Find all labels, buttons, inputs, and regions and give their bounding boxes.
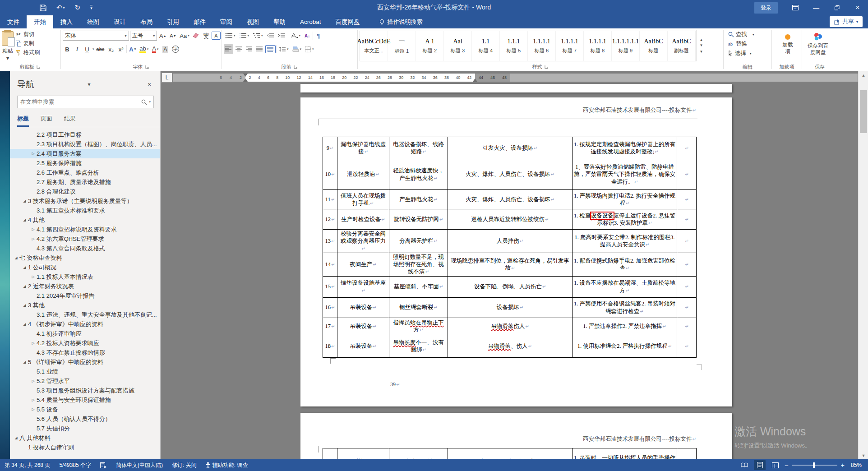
share-button[interactable]: 共享 ▾	[830, 16, 863, 27]
tab-stop-selector[interactable]: L	[162, 73, 172, 83]
scroll-down-icon[interactable]: ▼	[859, 452, 868, 459]
table-cell-hazard[interactable]: 夜间生产↵	[337, 253, 389, 276]
table-cell-measures[interactable]: 1. 检查设备设备应停止运行设备2. 悬挂警示标识3. 安装防护罩↵	[573, 209, 677, 230]
italic-button[interactable]: I	[73, 44, 82, 54]
ribbon-tab-11[interactable]: Acrobat	[293, 15, 328, 28]
restore-button[interactable]	[826, 0, 847, 15]
increase-indent-button[interactable]	[277, 31, 287, 41]
style-gallery-item-10[interactable]: AaBbC标题	[640, 31, 668, 61]
change-case-button[interactable]: Aa▾	[178, 31, 190, 41]
table-cell-consequence[interactable]: 吊物滑落伤人↵	[448, 318, 573, 335]
styles-gallery-more-icon[interactable]: ▲▼▼	[696, 30, 706, 61]
asian-layout-button[interactable]: ▾	[289, 31, 302, 41]
ribbon-tab-5[interactable]: 布局	[133, 15, 160, 28]
print-layout-button[interactable]	[754, 460, 766, 470]
dialog-launcher-icon[interactable]	[37, 65, 41, 69]
table-cell-consequence[interactable]: 火灾、爆炸、人员伤亡、设备损坏↵	[448, 190, 573, 209]
table-cell-measures[interactable]: 1. 配备便携式防爆手电2. 加强危害部位检查↵	[573, 253, 677, 276]
table-cell-hazard[interactable]: 漏电保护器电线虚接↵	[337, 137, 389, 159]
replace-button[interactable]: ab替换	[728, 39, 771, 49]
table-cell-end[interactable]: ↵	[677, 253, 697, 276]
nav-heading-item[interactable]: 2.8 合理化建议	[10, 187, 160, 196]
nav-heading-item[interactable]: ▷5.5 设备	[10, 405, 160, 414]
subscript-button[interactable]: x₂	[106, 44, 115, 54]
nav-expand-icon[interactable]: ◢	[13, 436, 19, 440]
nav-expand-icon[interactable]: ▷	[30, 275, 37, 279]
borders-button[interactable]: ▾	[304, 44, 315, 54]
baidu-netdisk-save-button[interactable]: 保存到百度网盘	[804, 30, 832, 62]
format-painter-button[interactable]: 格式刷	[14, 48, 45, 57]
style-gallery-item-8[interactable]: 1.1.1.1标题 8	[584, 31, 612, 61]
nav-heading-item[interactable]: 5.1 业绩	[10, 367, 160, 376]
phonetic-guide-button[interactable]: wén文	[202, 31, 211, 41]
table-cell-consequence[interactable]: 触电、人员伤亡、设备损坏↵	[448, 448, 573, 460]
nav-expand-icon[interactable]: ▷	[30, 379, 37, 383]
page-indicator[interactable]: 第 34 页, 共 268 页	[0, 459, 55, 471]
table-cell-num[interactable]: 14↵	[323, 253, 337, 276]
ribbon-tab-2[interactable]: 插入	[53, 15, 80, 28]
style-gallery-item-5[interactable]: 1.1.1标题 5	[500, 31, 528, 61]
table-cell-num[interactable]: 13↵	[323, 230, 337, 253]
table-cell-consequence[interactable]: 现场隐患排查不到位，巡检存在死角，易引发事故↵	[448, 253, 573, 276]
table-cell-measures[interactable]: 1. 严禁违章操作2. 严禁违章指挥↵	[573, 318, 677, 335]
style-gallery-item-0[interactable]: AaBbCcDdE本文正...	[360, 31, 388, 61]
character-border-button[interactable]: A	[212, 32, 221, 40]
nav-heading-item[interactable]: 4.3 第八章合同条款及格式	[10, 244, 160, 253]
table-cell-hazard[interactable]: 吊装设备↵	[337, 318, 389, 335]
zoom-in-button[interactable]: +	[841, 462, 845, 469]
shading-button[interactable]: ▾	[291, 44, 303, 54]
nav-expand-icon[interactable]: ▷	[30, 407, 37, 411]
highlight-button[interactable]: ab▾	[138, 44, 150, 54]
multilevel-list-button[interactable]: ▾	[251, 31, 264, 41]
left-indent-marker[interactable]	[243, 78, 248, 82]
scroll-up-icon[interactable]: ▲	[859, 71, 868, 79]
minimize-button[interactable]: —	[806, 0, 826, 15]
table-cell-num[interactable]: 12↵	[323, 209, 337, 230]
superscript-button[interactable]: x²	[116, 44, 125, 54]
dialog-launcher-icon[interactable]	[294, 65, 298, 69]
nav-heading-item[interactable]: ◢5 《详细评审》中响应的资料	[10, 357, 160, 367]
table-cell-cause[interactable]: 电器设备损坏、线路短路↵	[389, 137, 448, 159]
table-cell-end[interactable]: ↵	[677, 448, 697, 460]
nav-expand-icon[interactable]: ◢	[21, 303, 28, 307]
text-effects-button[interactable]: A▾	[128, 44, 137, 54]
table-cell-num[interactable]: 18↵	[323, 335, 337, 357]
table-cell-consequence[interactable]: 设备损坏↵	[448, 297, 573, 318]
nav-heading-item[interactable]: ◢4 《初步评审》中响应的资料	[10, 319, 160, 329]
sign-in-button[interactable]: 登录	[754, 2, 778, 14]
font-name-select[interactable]: 宋体▾	[63, 31, 129, 41]
shrink-font-button[interactable]: A▼	[168, 31, 177, 41]
table-cell-consequence[interactable]: 巡检人员靠近旋转部位被绞伤↵	[448, 209, 573, 230]
nav-heading-item[interactable]: ▷4.2 投标人资格要求响应	[10, 338, 160, 348]
ribbon-tab-1[interactable]: 开始	[27, 15, 53, 28]
table-cell-num[interactable]: 9↵	[323, 137, 337, 159]
table-cell-hazard[interactable]: 吊装设备↵	[337, 448, 389, 460]
ribbon-tab-6[interactable]: 引用	[160, 15, 186, 28]
nav-expand-icon[interactable]: ▷	[30, 227, 37, 231]
nav-heading-item[interactable]: 2.3 项目机构设置（框图）、岗位职责、人员...	[10, 139, 160, 149]
ribbon-tab-3[interactable]: 绘图	[80, 15, 106, 28]
table-cell-cause[interactable]: 刹车失灵压铁↵	[389, 448, 448, 460]
table-cell-hazard[interactable]: 泄放轻质油↵	[337, 159, 389, 190]
table-cell-end[interactable]: ↵	[677, 137, 697, 159]
table-cell-measures[interactable]: 1. 吊装时，一切听从指挥人员的手势操作2. 注↵	[573, 448, 677, 460]
nav-heading-item[interactable]: 2.6 工作重点、难点分析	[10, 168, 160, 177]
table-cell-hazard[interactable]: 吊装设备↵	[337, 297, 389, 318]
accessibility-status[interactable]: 辅助功能: 调查	[201, 459, 253, 471]
undo-icon[interactable]: ↶▾	[56, 4, 65, 12]
paste-button[interactable]: 粘贴 ▾	[2, 30, 14, 61]
character-shading-button[interactable]: A	[161, 44, 170, 54]
ribbon-tab-0[interactable]: 文件	[0, 15, 27, 28]
nav-heading-item[interactable]: ▷4.1 第四章招标说明及资料要求	[10, 225, 160, 234]
vertical-scrollbar[interactable]: ▲ ▼	[858, 71, 868, 459]
table-cell-num[interactable]: 11↵	[323, 190, 337, 209]
table-cell-measures[interactable]: 1、要落实好轻质油储罐防雷、防静电措施，严禁雷雨天气下操作轻质油，确保安全运行。…	[573, 159, 677, 190]
table-cell-measures[interactable]: 1. 按规定定期检查装漏电保护器上的所有连接线发现虚接及时整改;↵	[573, 137, 677, 159]
ribbon-display-options-icon[interactable]	[785, 0, 806, 15]
chevron-down-icon[interactable]: ▾	[149, 100, 151, 104]
right-indent-marker[interactable]	[473, 78, 477, 82]
table-cell-hazard[interactable]: 值班人员在现场拨打手机↵	[337, 190, 389, 209]
table-cell-end[interactable]: ↵	[677, 335, 697, 357]
ribbon-tab-12[interactable]: 百度网盘	[328, 15, 367, 28]
nav-expand-icon[interactable]: ▷	[30, 237, 37, 241]
